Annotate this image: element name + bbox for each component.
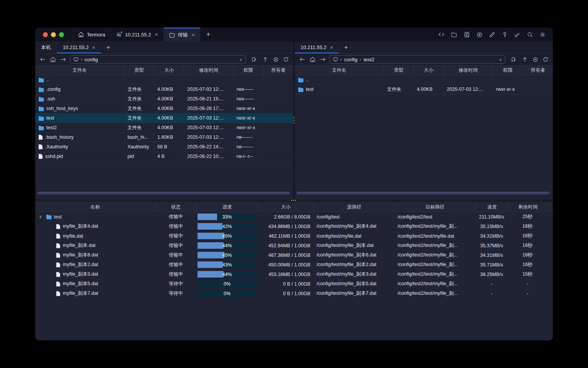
column-header-status[interactable]: 状态	[155, 202, 197, 212]
breadcrumb-segment[interactable]: config	[85, 57, 98, 62]
path-dropdown-chevron-icon[interactable]: ∨	[499, 58, 502, 62]
transfer-row[interactable]: ∨ myfile_副本5.dat 等待中 0% 0 B / 1.00GB /co…	[35, 279, 553, 289]
upload-up-icon[interactable]	[261, 55, 270, 64]
record-icon[interactable]	[474, 30, 484, 39]
right-horizontal-scrollbar[interactable]	[297, 192, 549, 194]
forward-icon[interactable]	[59, 55, 68, 64]
file-row[interactable]: sshd.pid pid 4 B 2025-06-22 10:... rw-r-…	[35, 152, 293, 161]
transfer-row[interactable]: ∨ myfile_副本6.dat 传输中 45% 467.36MB / 1.00…	[35, 250, 553, 260]
refresh-icon[interactable]	[541, 55, 550, 64]
path-breadcrumb[interactable]: › config ∨	[70, 55, 246, 64]
tab-remote-host[interactable]: 10.211.55.2 ×	[57, 41, 101, 53]
log-icon[interactable]	[462, 30, 472, 39]
column-header-name[interactable]: 名称	[35, 202, 155, 212]
progress-fill	[198, 223, 222, 230]
left-horizontal-scrollbar[interactable]	[37, 192, 290, 194]
edit-icon[interactable]	[487, 30, 497, 39]
file-row[interactable]: test2 文件夹 4.00KB 2025-07-03 12:... rwxr-…	[35, 123, 293, 133]
close-tab-icon[interactable]: ×	[192, 32, 195, 38]
file-row[interactable]: .bash_history bash_hi... 1.60KB 2025-07-…	[35, 133, 293, 142]
tab-local[interactable]: 本机	[35, 41, 57, 53]
home-icon[interactable]	[308, 55, 317, 64]
file-row[interactable]: .ssh 文件夹 4.00KB 2025-06-21 15:... rwx---…	[35, 94, 293, 104]
file-row[interactable]: ..	[295, 75, 553, 85]
keychain-icon[interactable]	[512, 30, 522, 39]
file-name: .config	[46, 87, 60, 92]
column-header-size[interactable]: 大小	[154, 66, 184, 75]
file-permissions: rwxr-xr-x	[496, 87, 515, 92]
back-icon[interactable]	[38, 55, 47, 64]
show-hidden-eye-icon[interactable]	[271, 55, 280, 64]
new-tab-button[interactable]: +	[200, 28, 217, 41]
tab-transfer[interactable]: 传输 ×	[163, 28, 200, 41]
column-header-target-path[interactable]: 目标路径	[395, 202, 475, 212]
file-row[interactable]: test 文件夹 4.00KB 2025-07-03 12:... rwxr-x…	[35, 113, 293, 123]
file-row[interactable]: test 文件夹 4.00KB 2025-07-03 12:... rwxr-x…	[295, 85, 553, 94]
column-header-owner[interactable]: 所有者	[523, 66, 553, 75]
settings-gear-icon[interactable]	[537, 30, 547, 39]
column-header-filename[interactable]: 文件名	[35, 66, 124, 75]
file-icon	[38, 135, 43, 140]
code-icon[interactable]	[436, 30, 446, 39]
close-window-button[interactable]	[43, 32, 48, 37]
bookmark-icon[interactable]: ▾	[248, 55, 260, 64]
column-header-mtime[interactable]: 修改时间	[444, 66, 493, 75]
expand-chevron-icon[interactable]: ∨	[38, 215, 44, 219]
panel-splitter-horizontal[interactable]: •••	[35, 199, 553, 202]
breadcrumb-segment[interactable]: test2	[364, 57, 374, 62]
path-dropdown-chevron-icon[interactable]: ∨	[240, 58, 242, 62]
close-tab-icon[interactable]: ×	[155, 31, 158, 38]
refresh-icon[interactable]	[281, 55, 291, 64]
column-header-type[interactable]: 类型	[124, 66, 154, 75]
tab-remote-host[interactable]: 10.211.55.2 ×	[295, 41, 339, 53]
file-row[interactable]: .Xauthority Xauthority 58 B 2025-06-22 1…	[35, 142, 293, 152]
transfer-row[interactable]: ∨ test 传输中 33% 2.66GB / 8.00GB /config/t…	[35, 212, 553, 222]
new-panel-tab-button[interactable]: +	[101, 41, 116, 53]
path-breadcrumb[interactable]: › config › test2 ∨	[330, 55, 505, 64]
column-header-speed[interactable]: 速度	[475, 202, 509, 212]
column-header-owner[interactable]: 所有者	[263, 66, 293, 75]
transfer-row[interactable]: ∨ myfile_副本4.dat 传输中 42% 434.86MB / 1.00…	[35, 222, 553, 231]
close-tab-icon[interactable]: ×	[330, 44, 333, 51]
zoom-window-button[interactable]	[59, 32, 64, 37]
column-header-remaining-time[interactable]: 剩余时间	[509, 202, 547, 212]
column-header-type[interactable]: 类型	[384, 66, 414, 75]
transfer-row[interactable]: ∨ myfile_副本.dat 传输中 44% 452.94MB / 1.00G…	[35, 241, 553, 250]
tab-termora-home[interactable]: Termora	[72, 28, 111, 41]
file-row[interactable]: .config 文件夹 4.00KB 2025-07-02 12:... rwx…	[35, 85, 293, 94]
transfer-row[interactable]: ∨ myfile_副本2.dat 传输中 43% 450.00MB / 1.00…	[35, 260, 553, 269]
show-hidden-eye-icon[interactable]	[531, 55, 540, 64]
close-tab-icon[interactable]: ×	[92, 44, 95, 51]
transfer-name: myfile.dat	[63, 233, 83, 239]
new-panel-tab-button[interactable]: +	[339, 41, 353, 53]
column-header-size[interactable]: 大小	[258, 202, 314, 212]
file-type: 文件夹	[127, 105, 142, 112]
bookmark-icon[interactable]: ▾	[508, 55, 519, 64]
folder-icon[interactable]	[449, 30, 459, 39]
upload-up-icon[interactable]	[520, 55, 529, 64]
column-header-mtime[interactable]: 修改时间	[184, 66, 234, 75]
breadcrumb-segment[interactable]: config	[344, 57, 358, 62]
home-icon[interactable]	[48, 55, 57, 64]
column-header-filename[interactable]: 文件名	[295, 66, 384, 75]
column-header-progress[interactable]: 进度	[197, 202, 258, 212]
tab-ssh-session[interactable]: 10.211.55.2 ×	[111, 28, 163, 41]
column-header-permissions[interactable]: 权限	[234, 66, 263, 75]
forward-icon[interactable]	[318, 55, 327, 64]
search-icon[interactable]	[525, 30, 535, 39]
file-row[interactable]: ssh_host_keys 文件夹 4.00KB 2025-06-26 17:.…	[35, 104, 293, 113]
file-row[interactable]: ..	[35, 75, 293, 85]
back-icon[interactable]	[297, 55, 307, 64]
transfer-row[interactable]: ∨ myfile_副本3.dat 传输中 44% 453.16MB / 1.00…	[35, 269, 553, 279]
column-header-source-path[interactable]: 源路径	[314, 202, 395, 212]
key-icon[interactable]	[500, 30, 510, 39]
file-icon	[56, 272, 60, 277]
minimize-window-button[interactable]	[51, 32, 56, 37]
column-header-size[interactable]: 大小	[414, 66, 444, 75]
transfer-row[interactable]: ∨ myfile.dat 传输中 45% 462.11MB / 1.00GB /…	[35, 231, 553, 241]
home-icon	[78, 32, 84, 37]
transfer-source-path: /config/test/myfile_副本7.dat	[317, 290, 376, 297]
transfer-row[interactable]: ∨ myfile_副本7.dat 等待中 0% 0 B / 1.00GB /co…	[35, 289, 553, 298]
column-header-permissions[interactable]: 权限	[493, 66, 523, 75]
file-icon	[56, 233, 60, 239]
